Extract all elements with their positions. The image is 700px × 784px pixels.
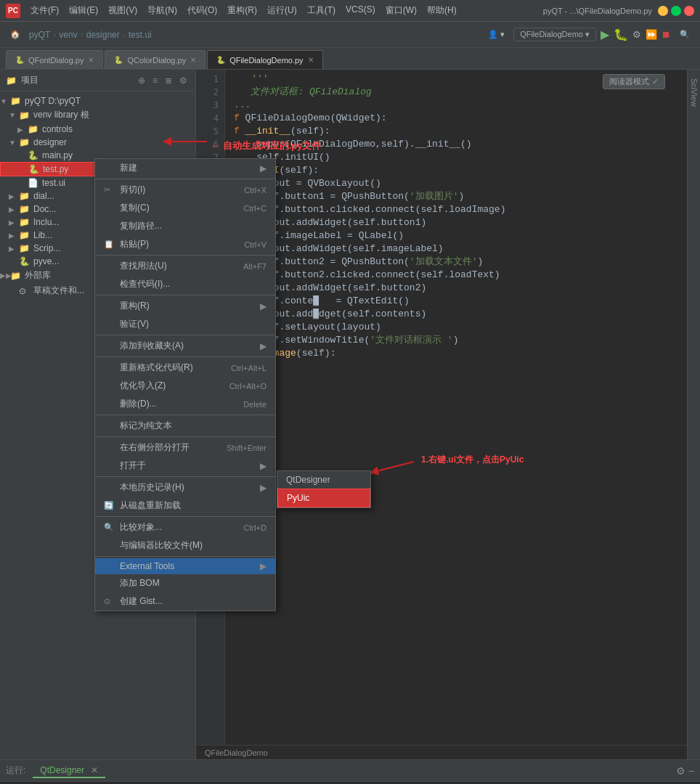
sciview-label: SciView [690,78,699,107]
ctx-cut-label: 剪切(I) [120,184,145,196]
tab-label-qfont: QFontDialog.py [28,56,84,65]
ctx-creategist-icon: ⊙ [104,597,115,606]
tree-controls[interactable]: ▶ 📁 controls [0,123,195,136]
reader-mode-badge[interactable]: 阅读器模式 ✓ [603,74,665,89]
close-tab-qcolor[interactable]: ✕ [190,56,196,64]
ctx-localhistory[interactable]: 本地历史记录(H) ▶ [95,478,275,497]
ctx-localhistory-arrow: ▶ [260,483,266,493]
menu-bar: 文件(F) 编辑(E) 视图(V) 导航(N) 代码(O) 重构(R) 运行(U… [26,3,537,18]
menu-vcs[interactable]: VCS(S) [341,3,380,18]
bottom-tab-qtdesigner[interactable]: QtDesigner ✕ [33,764,105,778]
menu-view[interactable]: 视图(V) [104,3,142,18]
menu-tools[interactable]: 工具(T) [303,3,340,18]
tree-label-inclu: Inclu... [33,217,59,227]
profile-run-button[interactable]: ⚙ [632,29,641,40]
breadcrumb: pyQT › venv › designer › test.ui [29,30,152,40]
menu-navigate[interactable]: 导航(N) [143,3,182,18]
sidebar-icon-expand[interactable]: ≡ [150,75,160,86]
ctx-markplain[interactable]: 标记为纯文本 [95,417,275,435]
tree-label-testui: test.ui [42,178,65,188]
maximize-button[interactable] [671,6,681,16]
sidebar-header: 📁 项目 ⊕ ≡ ≣ ⚙ [0,70,195,91]
submenu-qtdesigner[interactable]: QtDesigner [277,471,370,489]
ctx-refactor-arrow: ▶ [260,301,266,311]
ctx-openin-label: 打开于 [120,460,146,472]
debug-button[interactable]: 🐛 [614,28,628,41]
ctx-delete[interactable]: 删除(D)... Delete [95,395,275,413]
bottom-minimize-button[interactable]: − [688,765,694,777]
ctx-new-label: 新建 [120,162,137,174]
ctx-externaltools[interactable]: External Tools ▶ [95,558,275,574]
ctx-cut[interactable]: ✂ 剪切(I) Ctrl+X [95,181,275,199]
window-controls [658,6,694,16]
ctx-findusage[interactable]: 查找用法(U) Alt+F7 [95,257,275,275]
ctx-new[interactable]: 新建 ▶ [95,159,275,177]
menu-help[interactable]: 帮助(H) [423,3,461,18]
menu-refactor[interactable]: 重构(R) [223,3,261,18]
ctx-compare[interactable]: 🔍 比较对象... Ctrl+D [95,518,275,536]
code-breadcrumb-bottom: QFileDialogDemo [196,745,687,759]
bottom-tabs-bar: 运行: QtDesigner ✕ ⚙ − [0,760,700,782]
ctx-creategist[interactable]: ⊙ 创建 Gist... [95,592,275,611]
profile-button[interactable]: 👤 ▾ [484,26,509,44]
menu-file[interactable]: 文件(F) [26,3,63,18]
menu-run[interactable]: 运行(U) [263,3,301,18]
ctx-reload[interactable]: 🔄 从磁盘重新加载 [95,497,275,515]
ctx-addfav[interactable]: 添加到收藏夹(A) ▶ [95,337,275,355]
ctx-openright-shortcut: Shift+Enter [227,444,266,452]
run-button[interactable]: ▶ [601,28,609,41]
sidebar-icon-collapse[interactable]: ≣ [163,75,174,86]
toolbar: 🏠 pyQT › venv › designer › test.ui 👤 ▾ Q… [0,22,700,48]
run-more-button[interactable]: ⏩ [646,29,657,40]
sidebar-icon-gear[interactable]: ⚙ [177,75,190,86]
ctx-paste-icon: 📋 [104,240,115,249]
menu-edit[interactable]: 编辑(E) [65,3,102,18]
sidebar-icon-add[interactable]: ⊕ [136,75,147,86]
ctx-optimizeimport[interactable]: 优化导入(Z) Ctrl+Alt+O [95,377,275,395]
search-everywhere-button[interactable]: 🔍 [675,26,694,44]
breadcrumb-testui[interactable]: test.ui [129,30,152,40]
code-lines[interactable]: ''' 文件对话框: QFileDialog ... f QFileDialog… [225,70,687,745]
breadcrumb-designer[interactable]: designer [86,30,120,40]
close-bottom-tab-qtdesigner[interactable]: ✕ [91,765,98,775]
minimize-button[interactable] [658,6,668,16]
bottom-tab-qtdesigner-label: QtDesigner [40,765,84,775]
ctx-reformat-shortcut: Ctrl+Alt+L [231,364,266,372]
tree-venv[interactable]: ▼ 📁 venv library 根 [0,107,195,123]
tree-pyqt[interactable]: ▼ 📁 pyQT D:\pyQT [0,94,195,107]
close-tab-qfont[interactable]: ✕ [88,56,94,64]
ctx-paste-label: 粘贴(P) [120,238,149,250]
tab-qfontdialog[interactable]: 🐍 QFontDialog.py ✕ [6,50,103,69]
tree-designer[interactable]: ▼ 📁 designer [0,136,195,149]
submenu-pyuic[interactable]: PyUic [277,489,370,507]
ctx-reformat[interactable]: 重新格式化代码(R) Ctrl+Alt+L [95,359,275,377]
close-tab-qfile[interactable]: ✕ [308,56,314,64]
tab-qfiledialogdemo[interactable]: 🐍 QFileDialogDemo.py ✕ [207,50,322,69]
ctx-copypath[interactable]: 复制路径... [95,217,275,235]
bottom-gear-button[interactable]: ⚙ [676,765,685,777]
stop-button[interactable]: ⏹ [662,29,671,40]
tree-label-pyve: pyve... [33,256,59,266]
ctx-compareeditor[interactable]: 与编辑器比较文件(M) [95,536,275,555]
ctx-copy[interactable]: 复制(C) Ctrl+C [95,199,275,217]
ctx-addbom[interactable]: 添加 BOM [95,574,275,592]
ctx-validate[interactable]: 验证(V) [95,315,275,333]
tab-qcolordialog[interactable]: 🐍 QColorDialog.py ✕ [105,50,205,69]
breadcrumb-pyqt[interactable]: pyQT [29,30,50,40]
ctx-openright[interactable]: 在右侧分部分打开 Shift+Enter [95,438,275,457]
menu-window[interactable]: 窗口(W) [381,3,421,18]
ctx-paste[interactable]: 📋 粘贴(P) Ctrl+V [95,235,275,253]
run-config-label: QFileDialogDemo [520,30,583,38]
ctx-copy-shortcut: Ctrl+C [244,204,266,213]
close-button[interactable] [684,6,694,16]
run-config-button[interactable]: QFileDialogDemo ▾ [513,28,596,41]
tree-label-draft: 草稿文件和... [33,285,84,297]
menu-code[interactable]: 代码(O) [183,3,221,18]
ctx-refactor[interactable]: 重构(R) ▶ [95,297,275,315]
ctx-addbom-label: 添加 BOM [120,577,160,589]
window-title: pyQT - ...\QFileDialogDemo.py [543,7,652,15]
breadcrumb-venv[interactable]: venv [59,30,77,40]
toolbar-home[interactable]: 🏠 [6,26,25,44]
ctx-openin[interactable]: 打开于 ▶ [95,457,275,475]
ctx-inspect[interactable]: 检查代码(I)... [95,275,275,293]
